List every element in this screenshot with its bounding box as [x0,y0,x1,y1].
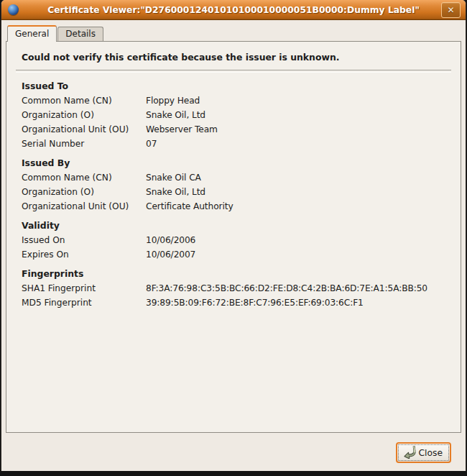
field-label: Organizational Unit (OU) [22,199,146,214]
field-label: Organizational Unit (OU) [22,122,146,137]
section-title: Fingerprints [6,262,461,281]
field-row: Issued On10/06/2006 [6,233,461,247]
tab-bar: General Details [1,20,466,41]
certificate-viewer-window: Certificate Viewer:"D2760001240101010001… [1,0,466,471]
field-label: Organization (O) [22,108,146,122]
field-row: Organization (O)Snake Oil, Ltd [6,108,461,122]
close-button[interactable]: Close [396,442,452,463]
section-title: Validity [6,214,461,233]
section-fingerprints: FingerprintsSHA1 Fingerprint8F:3A:76:98:… [6,262,461,310]
field-row: Organizational Unit (OU)Webserver Team [6,122,461,137]
field-label: Common Name (CN) [22,93,146,108]
close-button-label: Close [419,448,443,458]
verification-warning: Could not verify this certificate becaus… [6,42,461,63]
field-value: Floppy Head [146,93,200,108]
field-value: 07 [146,137,157,151]
close-x-icon: ✕ [447,6,454,14]
field-row: Organizational Unit (OU)Certificate Auth… [6,199,461,214]
general-tab-panel: Could not verify this certificate becaus… [6,41,461,433]
field-label: Serial Number [22,137,146,151]
field-label: SHA1 Fingerprint [22,281,146,296]
window-title: Certificate Viewer:"D2760001240101010001… [1,5,466,15]
field-label: Issued On [22,233,146,247]
field-row: Organization (O)Snake Oil, Ltd [6,185,461,199]
field-label: Common Name (CN) [22,170,146,185]
field-row: SHA1 Fingerprint8F:3A:76:98:C3:5B:BC:66:… [6,281,461,296]
field-value: 8F:3A:76:98:C3:5B:BC:66:D2:FE:D8:C4:2B:B… [146,281,427,296]
tab-details[interactable]: Details [57,27,103,41]
section-issued-to: Issued ToCommon Name (CN)Floppy HeadOrga… [6,74,461,151]
section-validity: ValidityIssued On10/06/2006Expires On10/… [6,214,461,262]
field-value: Snake Oil, Ltd [146,108,205,122]
field-value: Snake Oil CA [146,170,201,185]
close-arrow-icon [401,446,416,459]
field-label: Expires On [22,247,146,262]
field-value: Snake Oil, Ltd [146,185,205,199]
field-value: Webserver Team [146,122,218,137]
field-row: Common Name (CN)Floppy Head [6,93,461,108]
field-value: 39:89:5B:09:F6:72:BE:8F:C7:96:E5:EF:69:0… [146,296,364,310]
titlebar[interactable]: Certificate Viewer:"D2760001240101010001… [1,0,466,20]
field-row: MD5 Fingerprint39:89:5B:09:F6:72:BE:8F:C… [6,296,461,310]
field-value: 10/06/2007 [146,247,195,262]
field-row: Serial Number07 [6,137,461,151]
field-label: Organization (O) [22,185,146,199]
field-label: MD5 Fingerprint [22,296,146,310]
separator [16,70,451,73]
section-title: Issued To [6,74,461,93]
field-value: 10/06/2006 [146,233,195,247]
tab-general[interactable]: General [7,25,57,42]
field-row: Common Name (CN)Snake Oil CA [6,170,461,185]
close-button-focus-area: Close [399,445,449,460]
section-title: Issued By [6,151,461,170]
globe-window-icon [8,4,19,15]
field-row: Expires On10/06/2007 [6,247,461,262]
sections: Issued ToCommon Name (CN)Floppy HeadOrga… [6,74,461,310]
field-value: Certificate Authority [146,199,234,214]
section-issued-by: Issued ByCommon Name (CN)Snake Oil CAOrg… [6,151,461,214]
window-close-button[interactable]: ✕ [441,2,461,18]
